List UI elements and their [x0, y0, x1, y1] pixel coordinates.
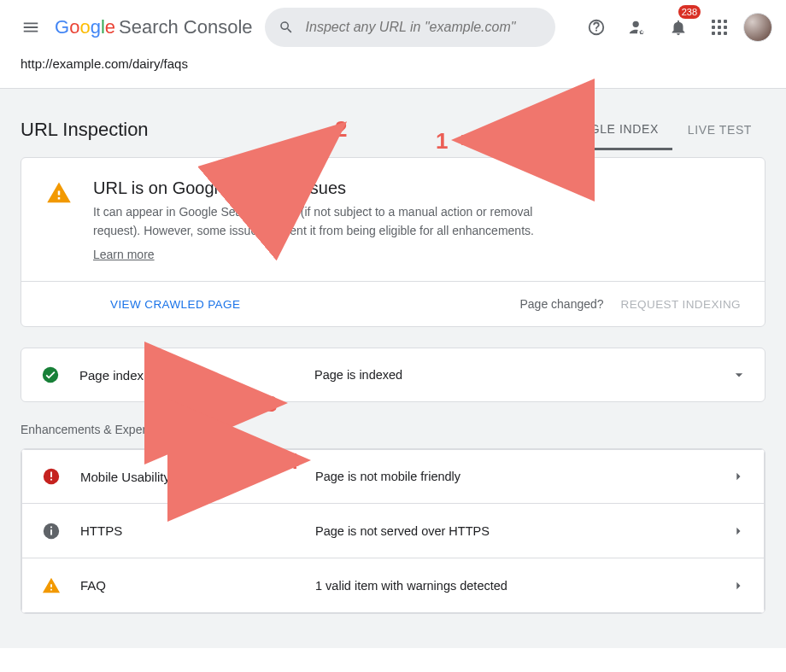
enhancements-section-label: Enhancements & Experience	[21, 423, 765, 436]
svg-point-1	[43, 367, 58, 383]
apps-button[interactable]	[702, 10, 736, 44]
https-label: HTTPS	[80, 523, 298, 538]
app-name-suffix: Search Console	[119, 16, 253, 38]
request-indexing-button[interactable]: REQUEST INDEXING	[621, 298, 741, 311]
status-card: URL is on Google, but has issues It can …	[21, 157, 765, 327]
inspected-url: http://example.com/dairy/faqs	[0, 55, 786, 88]
url-search-input[interactable]	[304, 19, 542, 36]
svg-rect-6	[50, 529, 52, 535]
chevron-right-icon	[730, 468, 747, 485]
faq-label: FAQ	[80, 578, 298, 593]
warning-triangle-icon	[46, 180, 72, 206]
faq-value: 1 valid item with warnings detected	[315, 579, 713, 593]
account-avatar[interactable]	[743, 13, 772, 42]
apps-grid-icon	[712, 20, 727, 35]
chevron-right-icon	[730, 577, 747, 594]
search-icon	[279, 19, 294, 36]
view-crawled-page-button[interactable]: VIEW CRAWLED PAGE	[110, 298, 240, 311]
menu-icon	[21, 18, 40, 37]
check-circle-icon	[41, 365, 60, 384]
page-changed-label: Page changed?	[519, 297, 603, 311]
https-value: Page is not served over HTTPS	[315, 524, 713, 538]
page-indexing-row[interactable]: Page indexing Page is indexed	[21, 348, 765, 402]
status-description: It can appear in Google Search results (…	[93, 203, 572, 240]
tab-live-test[interactable]: LIVE TEST	[674, 109, 765, 150]
bell-icon	[669, 18, 688, 37]
page-indexing-label: Page indexing	[79, 368, 297, 383]
chevron-right-icon	[730, 523, 747, 540]
status-heading: URL is on Google, but has issues	[93, 178, 572, 198]
mobile-usability-label: Mobile Usability	[80, 470, 298, 484]
mobile-usability-value: Page is not mobile friendly	[315, 470, 713, 483]
help-icon	[587, 18, 606, 37]
svg-rect-4	[50, 479, 52, 481]
user-gear-icon	[628, 18, 647, 37]
mobile-usability-row[interactable]: Mobile Usability Page is not mobile frie…	[21, 449, 765, 504]
error-circle-icon	[42, 467, 61, 486]
notifications-button[interactable]: 238	[661, 10, 695, 44]
page-indexing-value: Page is indexed	[314, 368, 713, 382]
app-logo: Google Search Console	[55, 16, 253, 38]
chevron-down-icon	[730, 366, 748, 383]
info-circle-icon	[42, 522, 61, 541]
svg-rect-3	[50, 472, 52, 477]
faq-row[interactable]: FAQ 1 valid item with warnings detected	[21, 558, 765, 613]
learn-more-link[interactable]: Learn more	[93, 248, 155, 261]
url-search-field[interactable]	[265, 8, 555, 47]
menu-button[interactable]	[14, 10, 48, 44]
page-title: URL Inspection	[21, 119, 149, 141]
warning-triangle-icon	[42, 576, 61, 595]
notifications-badge: 238	[678, 5, 701, 19]
users-settings-button[interactable]	[620, 10, 654, 44]
help-button[interactable]	[579, 10, 613, 44]
svg-rect-7	[50, 526, 52, 528]
tab-google-index[interactable]: GOOGLE INDEX	[547, 109, 672, 150]
https-row[interactable]: HTTPS Page is not served over HTTPS	[21, 504, 765, 558]
